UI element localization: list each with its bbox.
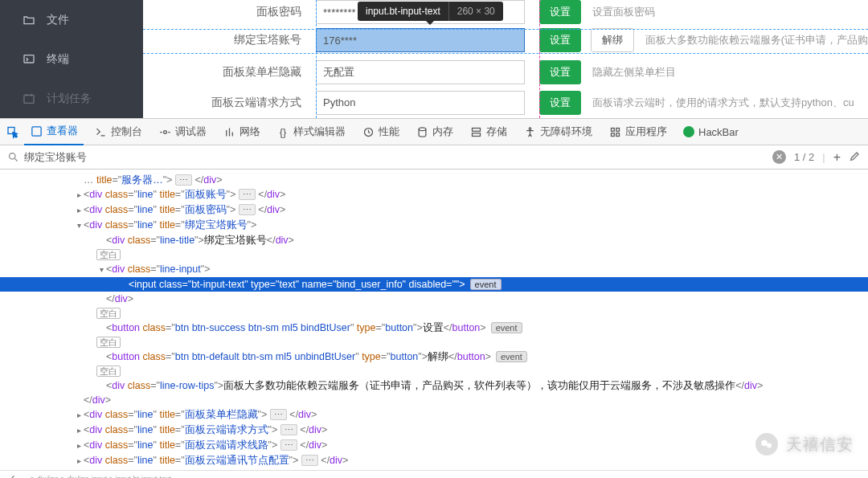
- tab-console[interactable]: 控制台: [88, 119, 148, 145]
- sidebar-item-label: 文件: [47, 13, 69, 27]
- sidebar-item-cron[interactable]: 计划任务: [0, 79, 143, 118]
- svg-point-15: [761, 440, 768, 447]
- row-label: 绑定宝塔账号: [143, 33, 316, 47]
- svg-point-6: [419, 127, 426, 130]
- menu-hide-input[interactable]: [316, 60, 525, 84]
- highlight-icon[interactable]: [849, 149, 862, 165]
- sidebar-item-label: 终端: [47, 52, 69, 67]
- tab-hackbar[interactable]: HackBar: [678, 119, 744, 145]
- clock-icon: [23, 92, 35, 105]
- sidebar-item-terminal[interactable]: 终端: [0, 39, 143, 79]
- debugger-icon: [158, 125, 171, 138]
- set-button[interactable]: 设置: [539, 0, 581, 24]
- svg-rect-12: [611, 133, 614, 136]
- app-sidebar: 文件 终端 计划任务: [0, 0, 143, 118]
- row-tip: 设置面板密码: [588, 5, 655, 19]
- tab-accessibility[interactable]: 无障碍环境: [518, 119, 598, 145]
- style-icon: {}: [276, 125, 289, 138]
- inspector-icon: [30, 125, 43, 137]
- dom-tree[interactable]: … title="服务器…"> ⋯ </div>▸<div class="lin…: [0, 170, 868, 470]
- svg-rect-8: [472, 133, 480, 136]
- sidebar-item-files[interactable]: 文件: [0, 0, 143, 39]
- cloud-method-input[interactable]: [316, 91, 525, 115]
- hackbar-dot-icon: [683, 126, 694, 137]
- dom-search-input[interactable]: [24, 151, 768, 163]
- set-button[interactable]: 设置: [539, 91, 581, 115]
- memory-icon: [416, 125, 428, 138]
- tab-network[interactable]: 网络: [217, 119, 266, 145]
- divider: |: [822, 151, 825, 163]
- row-label: 面板云端请求方式: [143, 96, 316, 110]
- watermark: 天禧信安: [755, 433, 854, 456]
- svg-rect-1: [24, 95, 34, 103]
- console-icon: [94, 125, 107, 138]
- svg-point-14: [9, 153, 15, 160]
- sidebar-item-label: 计划任务: [47, 92, 92, 106]
- tab-inspector[interactable]: 查看器: [24, 119, 84, 145]
- accessibility-icon: [523, 125, 536, 138]
- bind-account-input[interactable]: [316, 28, 525, 52]
- tab-application[interactable]: 应用程序: [603, 119, 673, 145]
- clear-search-icon[interactable]: ✕: [772, 150, 786, 164]
- unbind-button[interactable]: 解绑: [591, 28, 634, 52]
- row-label: 面板密码: [143, 5, 316, 19]
- set-button[interactable]: 设置: [539, 60, 581, 84]
- svg-rect-13: [616, 133, 619, 136]
- dom-search-bar: ✕ 1 / 2 | +: [0, 145, 868, 170]
- svg-point-4: [163, 130, 166, 133]
- folder-icon: [23, 14, 35, 27]
- breadcrumb[interactable]: ‹ … > div.line > div.line-input > input.…: [0, 470, 868, 478]
- tab-performance[interactable]: 性能: [356, 119, 405, 145]
- svg-rect-7: [472, 128, 480, 131]
- search-icon: [6, 151, 19, 164]
- devtools-tabs: 查看器 控制台 调试器 网络 {}样式编辑器 性能 内存 存储 无障碍环境 应用…: [0, 119, 868, 145]
- wechat-icon: [755, 433, 778, 456]
- tab-debugger[interactable]: 调试器: [153, 119, 212, 145]
- row-tip: 隐藏左侧菜单栏目: [588, 65, 676, 80]
- svg-rect-3: [31, 126, 40, 135]
- row-tip: 面板大多数功能依赖云端服务(证书申请，产品购: [641, 33, 868, 47]
- svg-rect-11: [616, 128, 619, 131]
- tab-style-editor[interactable]: {}样式编辑器: [271, 119, 351, 145]
- terminal-icon: [23, 53, 35, 66]
- add-icon[interactable]: +: [833, 150, 841, 165]
- svg-rect-0: [24, 55, 34, 62]
- inspector-size-tooltip: input.bt-input-text260 × 30: [358, 2, 503, 21]
- svg-rect-10: [611, 128, 614, 131]
- search-count: 1 / 2: [794, 151, 814, 163]
- tab-memory[interactable]: 内存: [410, 119, 459, 145]
- row-tip: 面板请求云端时，使用的请求方式，默认支持python、cu: [588, 96, 854, 110]
- settings-content: input.bt-input-text260 × 30 面板密码 设置 设置面板…: [143, 0, 868, 118]
- application-icon: [608, 125, 621, 138]
- tab-storage[interactable]: 存储: [464, 119, 513, 145]
- svg-point-9: [529, 127, 531, 129]
- set-button[interactable]: 设置: [539, 28, 581, 52]
- storage-icon: [469, 125, 482, 138]
- network-icon: [223, 125, 235, 138]
- performance-icon: [362, 125, 375, 138]
- svg-point-16: [767, 443, 772, 448]
- element-picker-icon[interactable]: [6, 125, 19, 138]
- row-label: 面板菜单栏隐藏: [143, 65, 316, 80]
